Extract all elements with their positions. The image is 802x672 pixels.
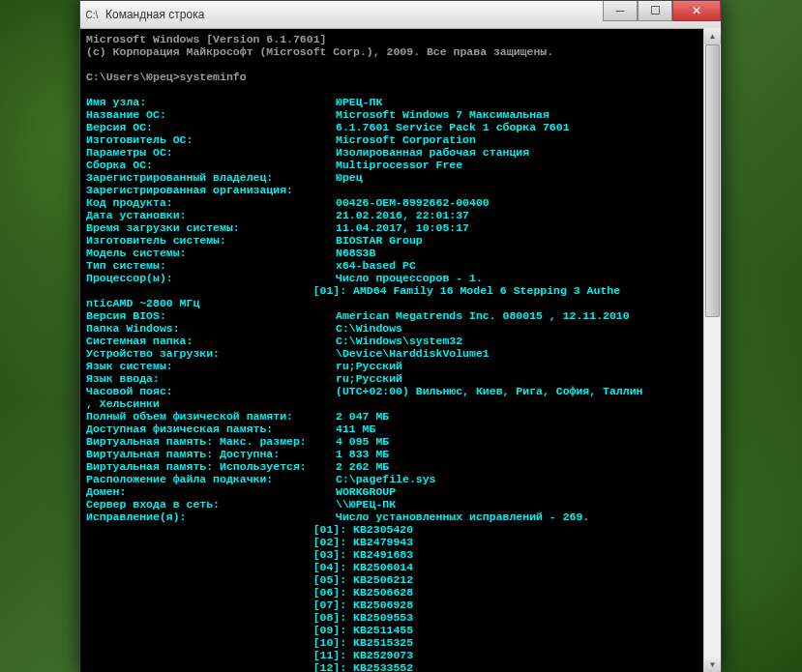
info-key: Версия ОС:	[86, 121, 336, 133]
info-row: Доступная физическая память:411 МБ	[86, 423, 715, 435]
info-value: Изолированная рабочая станция	[336, 146, 529, 159]
info-value: C:\pagefile.sys	[336, 473, 436, 485]
info-key: Язык ввода:	[86, 372, 336, 385]
minimize-button[interactable]: ─	[603, 1, 638, 21]
info-value: \Device\HarddiskVolume1	[336, 347, 490, 360]
info-row: Версия BIOS:American Megatrends Inc. 080…	[86, 309, 715, 322]
info-row: Версия ОС:6.1.7601 Service Pack 1 сборка…	[86, 121, 715, 133]
info-row: Имя узла:ЮРЕЦ-ПК	[86, 96, 715, 108]
info-key: Доступная физическая память:	[86, 423, 336, 435]
info-row: Дата установки:21.02.2016, 22:01:37	[86, 209, 715, 221]
info-key: Виртуальная память: Используется:	[86, 460, 336, 473]
info-key: Время загрузки системы:	[86, 221, 336, 234]
info-value: Число процессоров - 1.	[336, 272, 483, 284]
info-value: Multiprocessor Free	[336, 159, 462, 171]
cmd-icon: C:\	[84, 7, 100, 22]
info-value: Число установленных исправлений - 269.	[336, 511, 589, 523]
info-row: Часовой пояс:(UTC+02:00) Вильнюс, Киев, …	[86, 385, 715, 397]
info-row: Системная папка:C:\Windows\system32	[86, 335, 715, 347]
info-key: Сервер входа в сеть:	[86, 498, 336, 511]
info-value: 2 047 МБ	[336, 410, 389, 423]
info-value: N68S3B	[336, 247, 375, 259]
header-line: Microsoft Windows [Version 6.1.7601]	[86, 33, 715, 45]
info-key: Дата установки:	[86, 209, 336, 221]
info-row: Код продукта:00426-OEM-8992662-00400	[86, 196, 715, 209]
timezone-wrap: , Хельсинки	[86, 397, 715, 410]
info-value: WORKGROUP	[336, 485, 396, 498]
info-key: Папка Windows:	[86, 322, 336, 335]
info-key: Сборка ОС:	[86, 159, 336, 171]
prompt-line: C:\Users\Юрец>systeminfo	[86, 71, 715, 83]
hotfix-line: [04]: KB2506014	[86, 561, 715, 573]
info-row: Домен:WORKGROUP	[86, 485, 715, 498]
copyright-line: (c) Корпорация Майкрософт (Microsoft Cor…	[86, 45, 715, 58]
info-row: Сборка ОС:Multiprocessor Free	[86, 159, 715, 171]
info-row: Изготовитель системы:BIOSTAR Group	[86, 234, 715, 247]
info-row: Название ОС:Microsoft Windows 7 Максимал…	[86, 108, 715, 121]
info-key: Тип системы:	[86, 259, 336, 272]
info-row: Зарегистрированная организация:	[86, 184, 715, 196]
info-value: C:\Windows	[336, 322, 402, 335]
info-value: American Megatrends Inc. 080015 , 12.11.…	[336, 309, 630, 322]
info-key: Часовой пояс:	[86, 385, 336, 397]
info-value: 00426-OEM-8992662-00400	[336, 196, 490, 209]
info-key: Домен:	[86, 485, 336, 498]
info-key: Виртуальная память: Доступна:	[86, 448, 336, 460]
maximize-button[interactable]: ☐	[638, 1, 672, 21]
info-value: (UTC+02:00) Вильнюс, Киев, Рига, София, …	[336, 385, 642, 397]
info-row: Устройство загрузки:\Device\HarddiskVolu…	[86, 347, 715, 360]
info-key: Виртуальная память: Макс. размер:	[86, 435, 336, 448]
info-value: Microsoft Windows 7 Максимальная	[336, 108, 550, 121]
hotfix-line: [03]: KB2491683	[86, 548, 715, 561]
info-row: Время загрузки системы:11.04.2017, 10:05…	[86, 221, 715, 234]
info-value: Юрец	[336, 171, 363, 184]
info-key: Исправление(я):	[86, 511, 336, 523]
window-controls: ─ ☐ ✕	[603, 1, 721, 21]
vertical-scrollbar[interactable]: ▲ ▼	[703, 28, 721, 672]
info-key: Название ОС:	[86, 108, 336, 121]
info-value: \\ЮРЕЦ-ПК	[336, 498, 396, 511]
cmd-window: C:\ Командная строка ─ ☐ ✕ Microsoft Win…	[79, 0, 722, 672]
hotfix-line: [07]: KB2506928	[86, 599, 715, 611]
info-value: 21.02.2016, 22:01:37	[336, 209, 469, 221]
info-row: Изготовитель ОС:Microsoft Corporation	[86, 133, 715, 146]
info-value: 1 833 МБ	[336, 448, 389, 460]
info-row: Виртуальная память: Доступна:1 833 МБ	[86, 448, 715, 460]
info-row: Виртуальная память: Используется:2 262 М…	[86, 460, 715, 473]
info-value: C:\Windows\system32	[336, 335, 462, 347]
info-row: Виртуальная память: Макс. размер:4 095 М…	[86, 435, 715, 448]
hotfix-line: [12]: KB2533552	[86, 661, 715, 672]
info-value: 4 095 МБ	[336, 435, 389, 448]
info-row: Параметры ОС:Изолированная рабочая станц…	[86, 146, 715, 159]
info-key: Код продукта:	[86, 196, 336, 209]
info-key: Системная папка:	[86, 335, 336, 347]
hotfix-line: [01]: KB2305420	[86, 523, 715, 536]
info-key: Язык системы:	[86, 360, 336, 372]
scroll-up-arrow[interactable]: ▲	[704, 28, 721, 44]
info-key: Модель системы:	[86, 247, 336, 259]
info-row: Полный объем физической памяти:2 047 МБ	[86, 410, 715, 423]
info-row: Модель системы:N68S3B	[86, 247, 715, 259]
titlebar[interactable]: C:\ Командная строка ─ ☐ ✕	[80, 1, 721, 29]
info-row: Зарегистрированный владелец:Юрец	[86, 171, 715, 184]
info-key: Параметры ОС:	[86, 146, 336, 159]
console-output[interactable]: Microsoft Windows [Version 6.1.7601] (c)…	[80, 29, 721, 672]
info-value: x64-based PC	[336, 259, 416, 272]
scroll-thumb[interactable]	[705, 44, 720, 317]
info-key: Полный объем физической памяти:	[86, 410, 336, 423]
close-button[interactable]: ✕	[672, 1, 721, 21]
info-value: 6.1.7601 Service Pack 1 сборка 7601	[336, 121, 570, 133]
info-row: Язык ввода:ru;Русский	[86, 372, 715, 385]
info-value: 2 262 МБ	[336, 460, 389, 473]
info-value: 411 МБ	[336, 423, 375, 435]
processor-detail: [01]: AMD64 Family 16 Model 6 Stepping 3…	[86, 284, 715, 297]
info-row: Язык системы:ru;Русский	[86, 360, 715, 372]
info-key: Имя узла:	[86, 96, 336, 108]
info-key: Процессор(ы):	[86, 272, 336, 284]
scroll-down-arrow[interactable]: ▼	[704, 657, 721, 672]
info-value: ЮРЕЦ-ПК	[336, 96, 382, 108]
info-row: Тип системы:x64-based PC	[86, 259, 715, 272]
info-key: Расположение файла подкачки:	[86, 473, 336, 485]
info-key: Изготовитель ОС:	[86, 133, 336, 146]
info-value: 11.04.2017, 10:05:17	[336, 221, 469, 234]
